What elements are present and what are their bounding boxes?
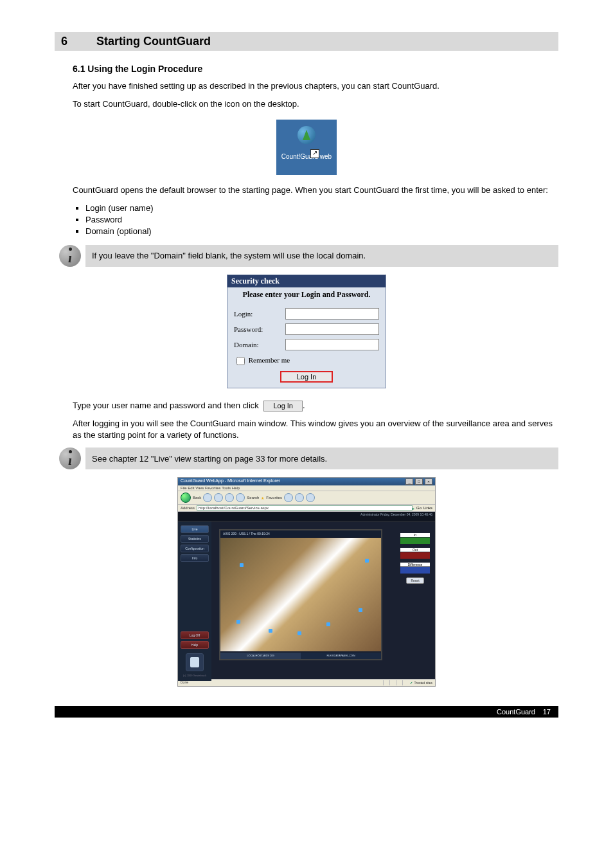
video-frame: AXIS 209 : US6.1 / The 00:19:24 xyxy=(219,529,382,660)
mail-icon[interactable] xyxy=(295,493,304,502)
footer-page-number: 17 xyxy=(535,708,551,716)
sidebar-item-info[interactable]: Info xyxy=(181,554,209,562)
minimize-icon[interactable]: _ xyxy=(405,478,413,485)
status-right: Trusted sites xyxy=(414,681,432,685)
address-input[interactable]: http://localhost/CountGuard/Service.aspx xyxy=(197,505,413,511)
sidebar-item-configuration[interactable]: Configuration xyxy=(181,545,209,552)
difference-label: Difference xyxy=(400,563,430,566)
counter-panel: In Out Difference Reset xyxy=(400,533,430,584)
close-icon[interactable]: × xyxy=(425,478,432,485)
login-label: Login: xyxy=(234,310,285,318)
intro-paragraph-3: CountGuard opens the default browser to … xyxy=(73,185,558,196)
inline-login-button: Log In xyxy=(263,401,303,411)
domain-input[interactable] xyxy=(285,339,379,350)
login-instruction: Type your user name and password and the… xyxy=(73,400,558,411)
after-login-paragraph: After logging in you will see the CountG… xyxy=(73,418,558,441)
search-label[interactable]: Search xyxy=(247,496,259,500)
out-count-box xyxy=(400,552,430,559)
shortcut-badge-icon: ↗ xyxy=(310,149,319,158)
maximize-icon[interactable]: □ xyxy=(415,478,423,485)
intro-paragraph-2: To start CountGuard, double-click on the… xyxy=(73,98,558,110)
count-marker-icon xyxy=(298,631,301,635)
security-dialog-subtitle: Please enter your Login and Password. xyxy=(227,287,386,306)
app-sidebar: Live Statistics Configuration Info Log O… xyxy=(178,521,211,681)
count-marker-icon xyxy=(326,622,330,626)
favorites-label[interactable]: Favorites xyxy=(266,496,282,500)
security-dialog-title: Security check xyxy=(227,275,386,287)
ie-window-title: CountGuard WebApp - Microsoft Internet E… xyxy=(181,478,280,485)
trusted-sites-icon: ✔ xyxy=(410,681,413,685)
ie-menubar[interactable]: File Edit View Favorites Tools Help xyxy=(178,485,435,491)
intro-paragraph-1: After you have finished setting up as de… xyxy=(73,80,558,92)
page-footer: CountGuard 17 xyxy=(55,706,558,718)
count-marker-icon xyxy=(269,629,272,633)
out-label: Out xyxy=(400,548,430,552)
video-feed xyxy=(220,538,381,651)
topbar-user-time: Administrator Friday, December 04, 2009 … xyxy=(360,512,432,516)
security-check-dialog: Security check Please enter your Login a… xyxy=(227,275,386,388)
login-input[interactable] xyxy=(285,308,379,320)
ie-address-bar: Address http://localhost/CountGuard/Serv… xyxy=(178,505,435,512)
info-note-2: See chapter 12 "Live" view starting on p… xyxy=(85,448,558,469)
video-footer-right: FLEXIDATAPANEL-CGN xyxy=(301,653,381,659)
count-marker-icon xyxy=(240,563,244,567)
arrow-up-icon xyxy=(303,130,310,140)
history-icon[interactable] xyxy=(284,493,293,502)
remember-me-label: Remember me xyxy=(249,356,290,364)
desktop-icon-label: Count!Guard web xyxy=(276,153,337,160)
count-marker-icon xyxy=(365,559,369,563)
back-button-icon[interactable] xyxy=(181,493,191,503)
subsection-title: 6.1 Using the Login Procedure xyxy=(73,64,558,74)
home-icon[interactable] xyxy=(236,493,245,502)
password-label: Password: xyxy=(234,325,285,333)
back-label: Back xyxy=(193,496,201,500)
status-left: Done xyxy=(181,680,188,685)
login-button[interactable]: Log In xyxy=(280,371,333,383)
list-item: Password xyxy=(85,215,558,224)
info-note-1: If you leave the "Domain" field blank, t… xyxy=(85,245,558,267)
video-title: AXIS 209 : US6.1 / The 00:19:24 xyxy=(220,530,381,537)
brand-logo-icon xyxy=(186,653,204,671)
app-body: Administrator Friday, December 04, 2009 … xyxy=(178,512,435,679)
password-input[interactable] xyxy=(285,323,379,335)
remember-me-checkbox[interactable] xyxy=(236,357,245,365)
info-icon: ı xyxy=(59,245,81,267)
links-label[interactable]: Links xyxy=(423,506,432,510)
sidebar-help-button[interactable]: Help xyxy=(181,641,209,649)
sidebar-logoff-button[interactable]: Log Off xyxy=(181,631,209,639)
forward-button-icon[interactable] xyxy=(203,493,212,502)
refresh-icon[interactable] xyxy=(225,493,234,502)
go-button[interactable]: Go xyxy=(416,506,422,510)
footer-product: CountGuard xyxy=(497,708,535,716)
section-title: Starting CountGuard xyxy=(96,35,211,48)
copyright-text: (c) 2009 Geutebruck xyxy=(181,674,209,677)
count-marker-icon xyxy=(359,608,362,612)
ie-toolbar: Back Search ★ Favorites xyxy=(178,491,435,505)
print-icon[interactable] xyxy=(306,493,315,502)
sidebar-item-live[interactable]: Live xyxy=(181,525,209,533)
address-label: Address xyxy=(181,506,195,510)
list-item: Domain (optional) xyxy=(85,226,558,236)
section-header: 6 Starting CountGuard xyxy=(55,32,558,51)
in-label: In xyxy=(400,533,430,537)
info-icon: ı xyxy=(59,448,81,469)
login-fields-list: Login (user name) Password Domain (optio… xyxy=(73,203,558,236)
favorites-star-icon[interactable]: ★ xyxy=(261,496,264,500)
video-footer-left: LOCALHOST-AXIS 209 xyxy=(220,653,301,659)
app-content: AXIS 209 : US6.1 / The 00:19:24 xyxy=(211,521,435,681)
domain-label: Domain: xyxy=(234,341,285,348)
sidebar-item-statistics[interactable]: Statistics xyxy=(181,535,209,543)
difference-count-box xyxy=(400,567,430,574)
list-item: Login (user name) xyxy=(85,203,558,213)
app-screenshot: CountGuard WebApp - Microsoft Internet E… xyxy=(177,477,436,687)
in-count-box xyxy=(400,538,430,544)
reset-button[interactable]: Reset xyxy=(406,577,423,584)
count-marker-icon xyxy=(236,620,240,624)
desktop-shortcut-icon: ↗ Count!Guard web xyxy=(276,120,337,175)
ie-titlebar: CountGuard WebApp - Microsoft Internet E… xyxy=(178,478,435,485)
app-topbar: Administrator Friday, December 04, 2009 … xyxy=(178,512,435,521)
section-number: 6 xyxy=(61,35,67,48)
stop-icon[interactable] xyxy=(214,493,223,502)
